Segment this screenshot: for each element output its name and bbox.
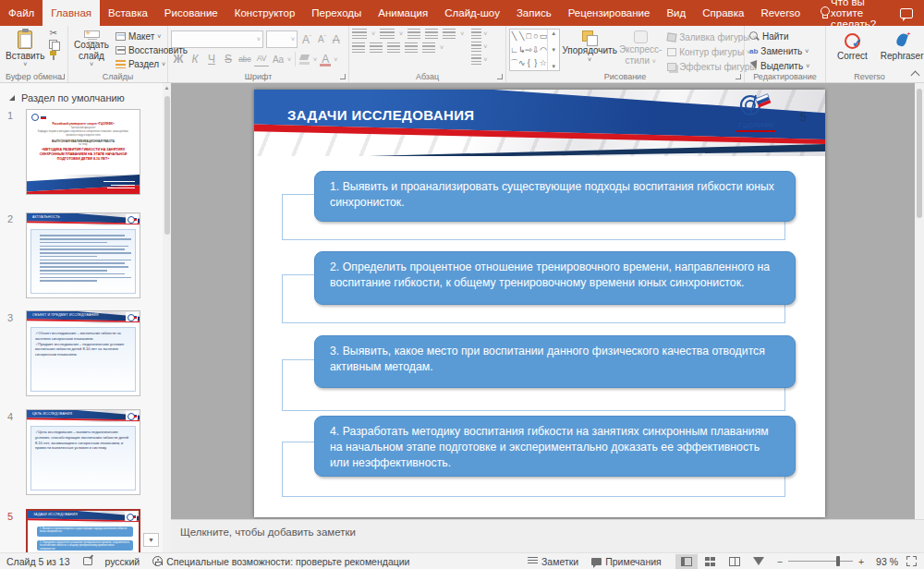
comments-toggle[interactable]: Примечания <box>585 556 668 567</box>
view-sorter-button[interactable] <box>699 554 722 569</box>
tab-design[interactable]: Конструктор <box>226 0 304 26</box>
language-indicator[interactable]: русский <box>99 556 147 567</box>
reverso-rephraser-button[interactable]: Rephraser <box>878 31 924 64</box>
smartart-convert-icon[interactable] <box>471 54 481 65</box>
arrange-button[interactable]: Упорядочить ˅ <box>564 29 615 73</box>
align-center-icon[interactable] <box>370 42 383 53</box>
font-color-button[interactable]: A <box>319 53 332 66</box>
reverso-correct-button[interactable]: Correct <box>834 31 870 64</box>
line-spacing-icon[interactable] <box>443 29 456 39</box>
tab-animations[interactable]: Анимация <box>370 0 436 26</box>
section-header[interactable]: Раздел по умолчанию <box>9 92 125 103</box>
shape-cell[interactable]: ∟ <box>510 43 518 57</box>
shape-cell[interactable]: □ <box>526 30 533 43</box>
new-slide-button[interactable]: Создать слайд ˅ <box>71 29 112 69</box>
zoom-slider-thumb[interactable] <box>836 556 840 566</box>
tab-help[interactable]: Справка <box>694 0 752 26</box>
paragraph-dialog-launcher[interactable] <box>497 74 503 79</box>
shapes-gallery[interactable]: ╲ ╲ □ ○ ▭ ∟ ↳ ⇨ ⇩ ◠ ⌒ ∿ { } ☆ <box>509 29 560 71</box>
panel-scrollbar[interactable]: ▲ <box>163 83 171 552</box>
shape-cell[interactable]: { <box>526 56 533 70</box>
shapes-scroll-up-icon[interactable]: ▲ <box>551 30 556 36</box>
shape-cell[interactable]: ╲ <box>510 30 518 43</box>
shape-cell[interactable]: ↳ <box>518 43 526 57</box>
strikethrough-button[interactable]: S <box>221 53 236 67</box>
cut-icon[interactable]: ✂ <box>49 29 58 38</box>
align-left-icon[interactable] <box>352 42 365 53</box>
slide-title[interactable]: ЗАДАЧИ ИССЛЕДОВАНИЯ <box>287 107 475 123</box>
change-case-button[interactable]: Aa <box>271 53 286 67</box>
numbering-icon[interactable] <box>380 29 395 39</box>
slide-thumbnail-4[interactable]: ЦЕЛЬ ИССЛЕДОВАНИЯ ✓Цель исследования – в… <box>26 409 140 495</box>
tab-draw[interactable]: Рисование <box>156 0 226 26</box>
tab-slideshow[interactable]: Слайд-шоу <box>436 0 508 26</box>
drawing-dialog-launcher[interactable] <box>736 74 741 79</box>
task-box-1[interactable]: 1. Выявить и проанализировать существующ… <box>314 171 796 222</box>
notes-placeholder[interactable]: Щелкните, чтобы добавить заметки <box>180 527 356 538</box>
character-spacing-button[interactable]: AV <box>254 52 269 67</box>
slide-thumbnail-3[interactable]: ОБЪЕКТ И ПРЕДМЕТ ИССЛЕДОВАНИЯ ✓Объект ис… <box>26 310 140 396</box>
accessibility-check[interactable]: Специальные возможности: проверьте реком… <box>146 556 416 567</box>
editor-scroll-thumb[interactable] <box>917 89 922 218</box>
bullets-icon[interactable] <box>352 29 367 39</box>
panel-scroll-thumb[interactable] <box>164 96 170 235</box>
scroll-up-icon[interactable]: ▲ <box>164 85 170 91</box>
format-painter-icon[interactable] <box>49 51 58 60</box>
editor-scrollbar[interactable] <box>915 83 924 519</box>
tab-insert[interactable]: Вставка <box>100 0 156 26</box>
columns-icon[interactable] <box>422 42 435 53</box>
tell-me-search[interactable]: Что вы хотите сделать? <box>820 0 900 26</box>
align-right-icon[interactable] <box>387 42 400 53</box>
slide-counter[interactable]: Слайд 5 из 13 <box>0 556 77 567</box>
shape-cell[interactable]: } <box>532 56 540 70</box>
italic-button[interactable]: К <box>188 53 202 67</box>
underline-button[interactable]: Ч <box>204 53 219 67</box>
find-button[interactable]: Найти <box>748 30 822 42</box>
text-direction-icon[interactable] <box>471 29 481 39</box>
font-size-select[interactable]: ˅ <box>266 30 298 48</box>
panel-scroll-down-button[interactable]: ▼ <box>143 533 159 547</box>
tab-reverso[interactable]: Reverso <box>752 0 808 26</box>
shapes-scroll-down-icon[interactable]: ▼ <box>551 47 556 53</box>
zoom-out-button[interactable]: − <box>777 556 783 567</box>
collapse-ribbon-icon[interactable] <box>911 70 919 79</box>
shrink-font-button[interactable]: Aˇ <box>316 34 328 44</box>
fit-slide-icon[interactable] <box>906 556 917 566</box>
tab-record[interactable]: Запись <box>508 0 560 26</box>
tab-file[interactable]: Файл <box>0 0 43 26</box>
slide-thumbnail-1[interactable]: Российский университет спорта «ГЦОЛИФК» … <box>26 109 140 195</box>
tab-view[interactable]: Вид <box>658 0 694 26</box>
shape-cell[interactable]: ∿ <box>518 56 526 70</box>
shape-cell[interactable]: ⇨ <box>526 43 533 57</box>
select-button[interactable]: Выделить ˅ <box>748 60 822 72</box>
copy-icon[interactable] <box>49 40 58 49</box>
display-settings-button[interactable] <box>77 557 99 565</box>
justify-icon[interactable] <box>405 42 418 53</box>
tab-home[interactable]: Главная <box>43 0 100 26</box>
notes-toggle[interactable]: Заметки <box>521 556 585 567</box>
task-box-2[interactable]: 2. Определить процентное отношение трени… <box>314 251 796 305</box>
grow-font-button[interactable]: Aˆ <box>300 34 313 45</box>
task-box-4[interactable]: 4. Разработать методику воспитания гибко… <box>314 416 796 477</box>
bold-button[interactable]: Ж <box>171 53 186 67</box>
tab-review[interactable]: Рецензирование <box>560 0 659 26</box>
align-text-icon[interactable] <box>471 42 481 52</box>
shape-cell[interactable]: ⌒ <box>510 56 518 70</box>
increase-indent-icon[interactable] <box>425 29 438 39</box>
shape-cell[interactable]: ⇩ <box>532 43 540 57</box>
slide-canvas[interactable]: ЗАДАЧИ ИССЛЕДОВАНИЯ ГЦОЛИФК <box>254 90 825 517</box>
clear-formatting-button[interactable]: A <box>331 34 342 45</box>
slide-thumbnail-2[interactable]: АКТУАЛЬНОСТЬ <box>26 212 140 298</box>
shape-cell[interactable]: ☆ <box>540 56 548 70</box>
replace-button[interactable]: ab Заменить ˅ <box>748 45 822 57</box>
zoom-in-button[interactable]: + <box>858 556 864 567</box>
shape-cell[interactable]: ○ <box>532 30 540 43</box>
shape-cell[interactable]: ╲ <box>518 30 526 43</box>
quick-styles-button[interactable]: Экспресс- стили ˅ <box>619 29 662 73</box>
font-name-select[interactable]: ˅ <box>171 30 263 48</box>
notes-pane[interactable]: Щелкните, чтобы добавить заметки <box>171 519 924 552</box>
tab-transitions[interactable]: Переходы <box>303 0 370 26</box>
zoom-level[interactable]: 93 % <box>869 556 905 567</box>
slide-thumbnail-5[interactable]: ЗАДАЧИ ИССЛЕДОВАНИЯ 1. Выявить и проанал… <box>26 509 140 552</box>
shapes-more-icon[interactable]: ▼ <box>551 64 556 69</box>
